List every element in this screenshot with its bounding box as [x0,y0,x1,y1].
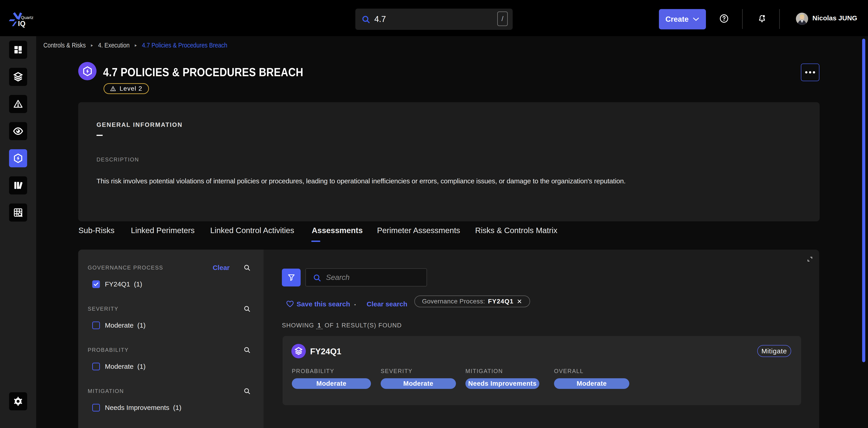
svg-text:IQ: IQ [18,20,26,28]
svg-text:Quartz: Quartz [21,15,34,20]
